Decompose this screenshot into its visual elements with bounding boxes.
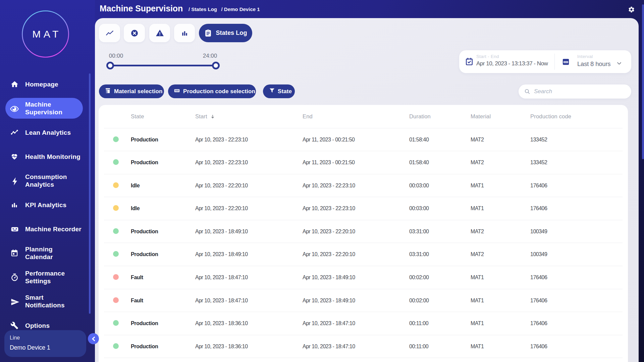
- svg-text:MAT: MAT: [32, 28, 61, 40]
